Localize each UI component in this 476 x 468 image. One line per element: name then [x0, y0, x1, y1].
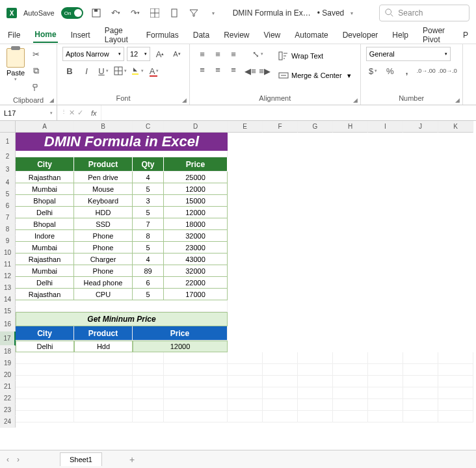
- tab-page-layout[interactable]: Page Layout: [103, 23, 133, 47]
- data-cell[interactable]: 4: [133, 254, 164, 265]
- empty-cell[interactable]: [74, 352, 133, 364]
- row-header[interactable]: 9: [0, 235, 16, 247]
- empty-cell[interactable]: [263, 411, 298, 422]
- next-sheet[interactable]: ›: [17, 455, 20, 464]
- row-header[interactable]: 19: [0, 358, 16, 369]
- tab-review[interactable]: Review: [222, 28, 250, 42]
- tab-automate[interactable]: Automate: [293, 28, 329, 42]
- data-cell[interactable]: Indore: [16, 230, 74, 242]
- data-cell[interactable]: Bhopal: [16, 218, 74, 230]
- empty-cell[interactable]: [263, 376, 298, 387]
- row-header[interactable]: 21: [0, 381, 16, 393]
- empty-cell[interactable]: [16, 387, 74, 399]
- empty-cell[interactable]: [333, 364, 368, 376]
- tab-file[interactable]: File: [7, 28, 21, 42]
- empty-cell[interactable]: [368, 387, 403, 399]
- accounting-format[interactable]: $▾: [366, 64, 380, 78]
- align-right[interactable]: ≡: [226, 62, 241, 77]
- empty-cell[interactable]: [228, 411, 263, 422]
- data-cell[interactable]: 5: [133, 183, 164, 195]
- col-header[interactable]: C: [133, 121, 164, 133]
- empty-cell[interactable]: [333, 387, 368, 399]
- tab-home[interactable]: Home: [33, 27, 57, 43]
- result-header[interactable]: City: [16, 326, 74, 341]
- data-cell[interactable]: 32000: [164, 230, 228, 242]
- empty-cell[interactable]: [298, 376, 333, 387]
- autosave-toggle[interactable]: On: [61, 7, 83, 19]
- empty-cell[interactable]: [333, 376, 368, 387]
- empty-cell[interactable]: [263, 364, 298, 376]
- result-cell[interactable]: Delhi: [16, 341, 74, 352]
- empty-cell[interactable]: [298, 352, 333, 364]
- row-header[interactable]: 6: [0, 200, 16, 212]
- col-header[interactable]: B: [74, 121, 133, 133]
- add-sheet-button[interactable]: +: [129, 454, 135, 465]
- empty-cell[interactable]: [164, 411, 228, 422]
- result-cell[interactable]: Hdd: [74, 341, 133, 352]
- empty-cell[interactable]: [228, 352, 263, 364]
- col-header[interactable]: A: [16, 121, 74, 133]
- empty-cell[interactable]: [133, 376, 164, 387]
- empty-cell[interactable]: [438, 399, 473, 411]
- grid-icon[interactable]: [148, 6, 161, 20]
- data-cell[interactable]: 12000: [164, 183, 228, 195]
- empty-cell[interactable]: [403, 411, 438, 422]
- row-header[interactable]: 10: [0, 247, 16, 259]
- merge-center[interactable]: Merge & Center▾: [274, 66, 355, 84]
- empty-cell[interactable]: [438, 411, 473, 422]
- select-all-corner[interactable]: [0, 121, 16, 133]
- data-cell[interactable]: Head phone: [74, 277, 133, 289]
- row-header[interactable]: 22: [0, 393, 16, 404]
- empty-cell[interactable]: [263, 399, 298, 411]
- table-header[interactable]: Product: [74, 157, 133, 172]
- font-color[interactable]: A▾: [147, 64, 161, 78]
- empty-cell[interactable]: [368, 376, 403, 387]
- align-left[interactable]: ≡: [195, 62, 209, 77]
- paste-button[interactable]: Paste ▾: [5, 47, 26, 83]
- comma-format[interactable]: ,: [400, 64, 414, 78]
- decrease-decimal[interactable]: .00→.0: [438, 64, 457, 78]
- data-cell[interactable]: Charger: [74, 254, 133, 265]
- empty-cell[interactable]: [133, 387, 164, 399]
- get-min-title[interactable]: Get Mininum Price: [16, 312, 228, 326]
- font-size-select[interactable]: 12▾: [127, 47, 150, 61]
- col-header[interactable]: E: [228, 121, 263, 133]
- bold-button[interactable]: B: [62, 64, 77, 78]
- filter-icon[interactable]: [187, 6, 200, 20]
- saved-status[interactable]: • Saved: [317, 8, 345, 18]
- data-cell[interactable]: 22000: [164, 277, 228, 289]
- data-cell[interactable]: 32000: [164, 265, 228, 277]
- italic-button[interactable]: I: [79, 64, 94, 78]
- row-header[interactable]: 7: [0, 212, 16, 224]
- save-icon[interactable]: [90, 6, 103, 20]
- empty-cell[interactable]: [164, 364, 228, 376]
- data-cell[interactable]: 23000: [164, 242, 228, 254]
- align-bottom[interactable]: ≡: [226, 47, 241, 61]
- row-header[interactable]: 4: [0, 177, 16, 188]
- empty-cell[interactable]: [133, 364, 164, 376]
- row-header[interactable]: 15: [0, 306, 16, 317]
- align-middle[interactable]: ≡: [211, 47, 225, 61]
- row-header[interactable]: 1: [0, 133, 16, 151]
- empty-cell[interactable]: [74, 387, 133, 399]
- cancel-formula[interactable]: ✕: [69, 109, 75, 117]
- data-cell[interactable]: Rajasthan: [16, 254, 74, 265]
- data-cell[interactable]: Delhi: [16, 207, 74, 218]
- data-cell[interactable]: Bhopal: [16, 195, 74, 207]
- undo-button[interactable]: ↶▾: [109, 6, 122, 20]
- data-cell[interactable]: 6: [133, 277, 164, 289]
- align-center[interactable]: ≡: [211, 62, 225, 77]
- percent-format[interactable]: %: [383, 64, 397, 78]
- empty-cell[interactable]: [263, 387, 298, 399]
- empty-cell[interactable]: [403, 352, 438, 364]
- row-header[interactable]: 11: [0, 259, 16, 270]
- data-cell[interactable]: Pen drive: [74, 172, 133, 183]
- empty-cell[interactable]: [133, 352, 164, 364]
- data-cell[interactable]: 7: [133, 218, 164, 230]
- tab-insert[interactable]: Insert: [70, 28, 92, 42]
- empty-cell[interactable]: [333, 399, 368, 411]
- empty-cell[interactable]: [298, 399, 333, 411]
- data-cell[interactable]: Delhi: [16, 277, 74, 289]
- tab-data[interactable]: Data: [192, 28, 211, 42]
- data-cell[interactable]: Rajasthan: [16, 289, 74, 300]
